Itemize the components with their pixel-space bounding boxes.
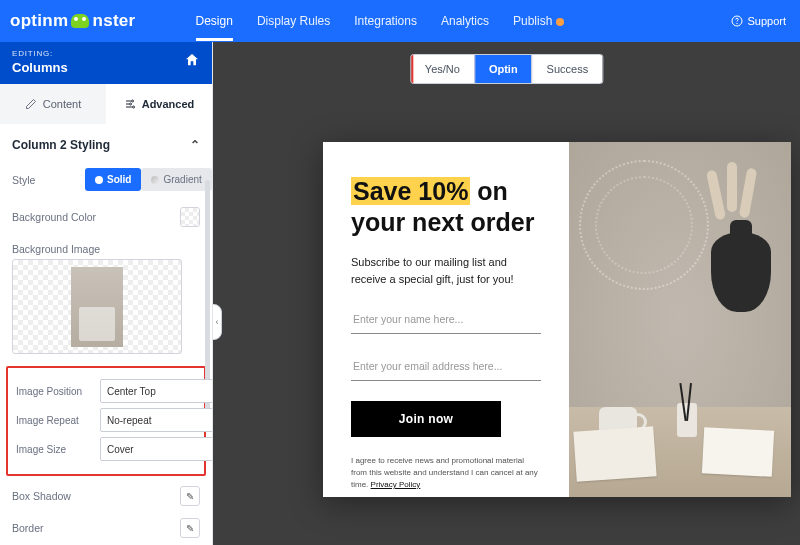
view-optin[interactable]: Optin — [474, 55, 532, 83]
popup-content-column: Save 10% on your next order Subscribe to… — [323, 142, 569, 497]
consent-text[interactable]: I agree to receive news and promotional … — [351, 455, 541, 491]
tab-content[interactable]: Content — [0, 84, 106, 124]
support-link[interactable]: Support — [731, 15, 786, 27]
popup-image-column[interactable] — [569, 142, 791, 497]
pencil-icon — [25, 98, 37, 110]
decor-mandala — [579, 160, 709, 290]
help-icon — [731, 15, 743, 27]
editing-context-bar: EDITING: Columns — [0, 42, 212, 84]
style-label: Style — [12, 174, 77, 186]
svg-point-4 — [132, 106, 134, 108]
join-now-button[interactable]: Join now — [351, 401, 501, 437]
top-bar: optinmnster Design Display Rules Integra… — [0, 0, 800, 42]
bg-color-swatch[interactable] — [180, 207, 200, 227]
image-repeat-select[interactable] — [100, 408, 212, 432]
image-size-select[interactable] — [100, 437, 212, 461]
highlighted-image-settings: Image Position Image Repeat Image Size — [6, 366, 206, 476]
monster-icon — [71, 14, 89, 28]
view-switch: Yes/No Optin Success — [410, 54, 603, 84]
decor-pens — [677, 403, 697, 437]
design-canvas: ‹ Yes/No Optin Success ✕ Save 10% on you… — [213, 42, 800, 545]
bg-color-label: Background Color — [12, 211, 96, 223]
image-position-label: Image Position — [16, 386, 94, 397]
nav-publish[interactable]: Publish — [513, 1, 564, 41]
decor-paper2 — [702, 427, 774, 477]
privacy-policy-link[interactable]: Privacy Policy — [371, 480, 421, 489]
decor-vase — [711, 232, 771, 312]
nav-display-rules[interactable]: Display Rules — [257, 1, 330, 41]
image-repeat-label: Image Repeat — [16, 415, 94, 426]
popup-subhead[interactable]: Subscribe to our mailing list and receiv… — [351, 254, 541, 287]
home-icon[interactable] — [184, 52, 200, 72]
view-success[interactable]: Success — [532, 55, 603, 83]
popup-headline[interactable]: Save 10% on your next order — [351, 176, 541, 238]
sliders-icon — [124, 98, 136, 110]
sidebar-collapse-handle[interactable]: ‹ — [213, 304, 222, 340]
brand-logo: optinmnster — [10, 11, 136, 31]
pencil-icon: ✎ — [180, 518, 200, 538]
svg-point-1 — [737, 23, 738, 24]
name-input[interactable] — [351, 305, 541, 334]
nav-design[interactable]: Design — [196, 1, 233, 41]
editing-title: Columns — [12, 60, 68, 75]
settings-sidebar: EDITING: Columns Content Advanced Column… — [0, 42, 213, 545]
nav-integrations[interactable]: Integrations — [354, 1, 417, 41]
view-yesno[interactable]: Yes/No — [411, 55, 474, 83]
gradient-swatch-icon — [151, 176, 159, 184]
style-solid-button[interactable]: Solid — [85, 168, 141, 191]
sidebar-tabs: Content Advanced — [0, 84, 212, 124]
email-input[interactable] — [351, 352, 541, 381]
editing-label: EDITING: — [12, 49, 68, 58]
pencil-icon: ✎ — [180, 486, 200, 506]
box-shadow-row[interactable]: Box Shadow ✎ — [0, 480, 212, 512]
style-toggle: Solid Gradient — [85, 168, 212, 191]
chevron-up-icon: ⌃ — [190, 138, 200, 152]
optin-popup[interactable]: ✕ Save 10% on your next order Subscribe … — [323, 142, 791, 497]
settings-panel: Column 2 Styling ⌃ Style Solid Gradient … — [0, 124, 212, 545]
svg-point-3 — [129, 103, 131, 105]
bg-image-label: Background Image — [12, 243, 200, 255]
image-position-select[interactable] — [100, 379, 212, 403]
image-size-label: Image Size — [16, 444, 94, 455]
tab-advanced[interactable]: Advanced — [106, 84, 212, 124]
publish-status-dot — [556, 18, 564, 26]
solid-swatch-icon — [95, 176, 103, 184]
primary-nav: Design Display Rules Integrations Analyt… — [196, 0, 565, 42]
style-gradient-button[interactable]: Gradient — [141, 168, 211, 191]
decor-paper — [573, 426, 656, 481]
border-row[interactable]: Border ✎ — [0, 512, 212, 544]
bg-image-preview[interactable] — [12, 259, 182, 354]
svg-point-2 — [131, 100, 133, 102]
nav-analytics[interactable]: Analytics — [441, 1, 489, 41]
section-column-styling[interactable]: Column 2 Styling ⌃ — [0, 124, 212, 164]
